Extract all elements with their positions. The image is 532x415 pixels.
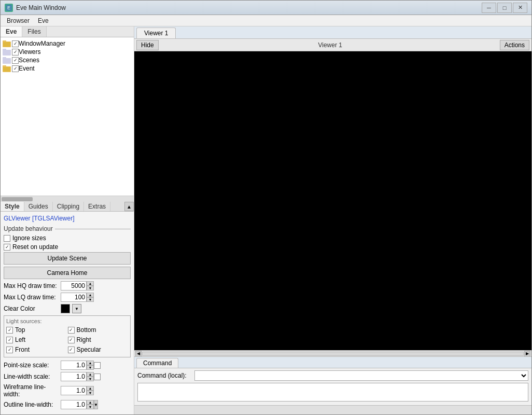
max-hq-up[interactable]: ▲ [87,281,94,286]
props-scroll-up[interactable]: ▲ [124,202,134,211]
checkbox-event[interactable]: ✓ [12,65,19,72]
color-dropdown[interactable]: ▼ [72,304,81,313]
checkbox-scenes[interactable]: ✓ [12,57,19,64]
props-tab-clipping[interactable]: Clipping [53,202,84,211]
reset-on-update-row: ✓ Reset on update [4,243,131,251]
props-tabs: Style Guides Clipping Extras ▲ [1,202,134,212]
wireframe-input[interactable] [61,386,87,395]
command-tab[interactable]: Command [136,358,178,368]
camera-home-button[interactable]: Camera Home [4,267,131,279]
props-tab-extras[interactable]: Extras [84,202,110,211]
actions-button[interactable]: Actions [500,40,529,50]
menubar: Browser Eve [1,15,531,26]
titlebar: E Eve Main Window ─ □ ✕ [1,1,531,15]
checkbox-light-top[interactable]: ✓ [6,327,13,334]
tree-item-viewers[interactable]: ✓ Viewers [3,48,132,56]
update-scene-button[interactable]: Update Scene [4,252,131,265]
update-behaviour-header: Update behaviour [4,225,131,232]
hide-button[interactable]: Hide [136,40,159,50]
menu-browser[interactable]: Browser [3,16,34,25]
tab-files[interactable]: Files [22,26,46,37]
checkbox-light-right[interactable]: ✓ [68,337,75,343]
light-sources-label: Light sources: [6,318,128,324]
point-size-input[interactable] [61,361,87,370]
tree-item-scenes[interactable]: ✓ Scenes [3,56,132,64]
color-swatch[interactable] [61,304,70,313]
checkbox-wm[interactable]: ✓ [12,40,19,47]
outline-input[interactable] [61,400,87,409]
max-lq-input[interactable] [61,293,87,302]
tab-eve[interactable]: Eve [1,26,22,37]
tree-scrollbar[interactable] [1,196,134,202]
props-tab-guides[interactable]: Guides [24,202,53,211]
command-content: Command (local): [134,368,531,405]
props-scroll-down[interactable]: ▼ [94,400,98,409]
statusbar [134,405,531,414]
checkbox-line-width[interactable] [94,374,101,380]
checkbox-point-size[interactable] [94,362,101,369]
window-icon: E [5,4,13,12]
line-width-label: Line-width scale: [4,373,61,380]
checkbox-light-specular[interactable]: ✓ [68,347,75,353]
checkbox-reset-on-update[interactable]: ✓ [4,244,10,251]
folder-icon-viewers [3,48,11,56]
hscroll-left[interactable]: ◀ [135,351,142,357]
outline-up[interactable]: ▲ [87,400,94,405]
line-width-input[interactable] [61,372,87,381]
minimize-button[interactable]: ─ [482,3,496,13]
max-lq-spinbox: ▲ ▼ [61,293,94,302]
max-lq-down[interactable]: ▼ [87,297,94,302]
close-button[interactable]: ✕ [513,3,527,13]
viewer-container: Hide Viewer 1 Actions ◀ ▶ [134,39,531,356]
svg-rect-4 [3,42,10,47]
point-size-up[interactable]: ▲ [87,361,94,365]
max-hq-spinbox-btns: ▲ ▼ [87,281,94,290]
ignore-sizes-row: Ignore sizes [4,234,131,242]
viewer-tab-1[interactable]: Viewer 1 [136,27,176,38]
checkbox-viewers[interactable]: ✓ [12,49,19,56]
viewer-canvas[interactable] [134,51,531,350]
viewer-hscroll[interactable]: ◀ ▶ [134,350,531,356]
max-lq-row: Max LQ draw time: ▲ ▼ [4,293,131,302]
scroll-thumb[interactable] [2,197,33,201]
command-textarea[interactable] [137,383,528,402]
light-left-label: Left [15,336,25,343]
viewer-link[interactable]: GLViewer [TGLSAViewer] [4,215,131,222]
checkbox-ignore-sizes[interactable] [4,235,10,242]
section-divider [55,229,131,229]
wireframe-up[interactable]: ▲ [87,386,94,391]
point-size-down[interactable]: ▼ [87,365,94,370]
max-hq-input[interactable] [61,281,87,290]
checkbox-light-left[interactable]: ✓ [6,337,13,343]
hscroll-right[interactable]: ▶ [524,351,530,357]
light-bottom-label: Bottom [77,326,96,334]
light-right-label: Right [77,336,91,343]
max-lq-label: Max LQ draw time: [4,294,61,301]
menu-eve[interactable]: Eve [34,16,53,25]
outline-down[interactable]: ▼ [87,405,94,409]
tree-area[interactable]: ✓ WindowManager ✓ Viewers [1,37,134,196]
hscroll-track[interactable] [142,352,524,356]
command-tabs: Command [134,357,531,368]
max-lq-up[interactable]: ▲ [87,293,94,297]
checkbox-light-bottom[interactable]: ✓ [68,327,75,334]
line-width-down[interactable]: ▼ [87,377,94,381]
maximize-button[interactable]: □ [497,3,512,13]
max-lq-spinbox-btns: ▲ ▼ [87,293,94,302]
line-width-up[interactable]: ▲ [87,372,94,377]
command-local-select[interactable] [194,370,528,381]
tree-item-event[interactable]: ✓ Event [3,64,132,73]
outline-btns: ▲ ▼ [87,400,94,409]
props-tab-style[interactable]: Style [1,202,24,211]
svg-text:E: E [7,5,10,10]
right-panel: Viewer 1 Hide Viewer 1 Actions ◀ ▶ [134,26,531,414]
folder-icon-wm [3,40,11,47]
checkbox-light-front[interactable]: ✓ [6,347,13,353]
viewer-tabs: Viewer 1 [134,26,531,39]
tree-item-windowmanager[interactable]: ✓ WindowManager [3,39,132,48]
command-local-row: Command (local): [137,370,528,381]
main-window: E Eve Main Window ─ □ ✕ Browser Eve Eve … [0,0,532,415]
wireframe-down[interactable]: ▼ [87,391,94,395]
max-hq-down[interactable]: ▼ [87,286,94,290]
line-width-btns: ▲ ▼ [87,372,94,381]
